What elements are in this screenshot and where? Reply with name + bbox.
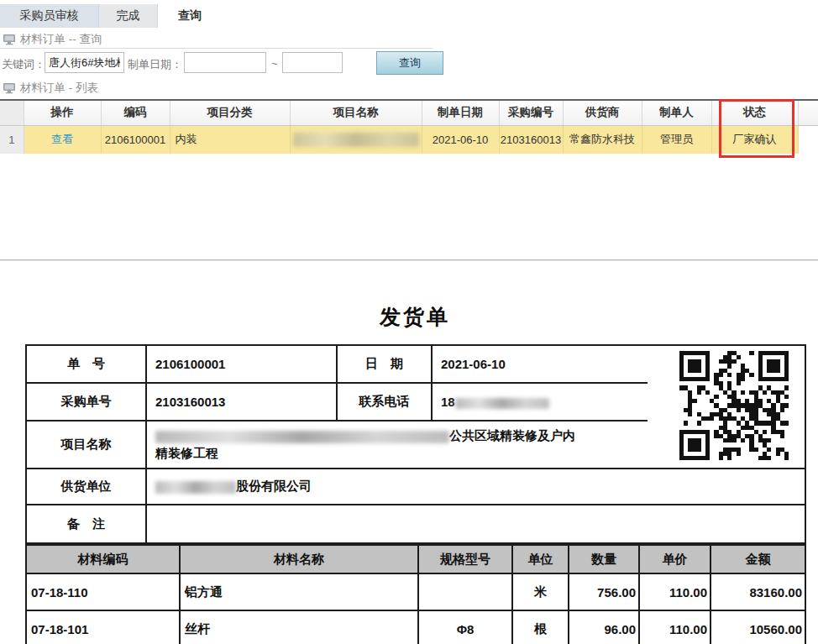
col-order-date: 制单日期	[422, 100, 499, 125]
project-value: 公共区域精装修及户内 精装修工程	[146, 421, 648, 469]
order-date-label: 制单日期：	[128, 57, 182, 72]
supplier-row: 供货单位 股份有限公司	[26, 469, 805, 505]
col-project-name: 项目名称	[290, 100, 422, 125]
col-category: 项目分类	[170, 100, 290, 125]
project-name-cell	[290, 125, 422, 154]
content-divider	[0, 259, 818, 261]
purchase-no-value: 2103160013	[146, 383, 337, 421]
mat-price: 110.00	[639, 573, 711, 610]
redacted-project-prefix	[155, 431, 449, 443]
col-supplier: 供货商	[563, 100, 642, 125]
section-divider	[0, 48, 433, 49]
material-row: 07-18-110 铝方通 米 756.00 110.00 83160.00	[26, 573, 805, 610]
materials-table: 材料编码 材料名称 规格型号 单位 数量 单价 金额 07-18-110 铝方通…	[25, 544, 806, 644]
mat-col-price: 单价	[639, 545, 711, 573]
remark-value	[146, 505, 805, 543]
mat-spec: Φ8	[418, 610, 512, 644]
redacted-supplier-prefix	[155, 481, 236, 494]
col-purchase-no: 采购编号	[499, 100, 563, 125]
status-cell: 厂家确认	[711, 125, 798, 154]
supplier-label: 供货单位	[26, 469, 146, 505]
col-filler	[798, 100, 818, 125]
code-cell: 2106100001	[101, 125, 170, 154]
mat-unit: 根	[512, 610, 569, 644]
mat-col-qty: 数量	[569, 545, 639, 573]
mat-code: 07-18-101	[26, 610, 180, 644]
col-status: 状态	[711, 100, 798, 125]
redacted-project-name	[293, 133, 419, 147]
creator-cell: 管理员	[642, 125, 711, 154]
orders-header-row: 操作 编码 项目分类 项目名称 制单日期 采购编号 供货商 制单人 状态	[0, 100, 818, 125]
category-cell: 内装	[170, 125, 290, 154]
mat-name: 铝方通	[180, 573, 418, 610]
mat-price: 110.00	[639, 610, 711, 644]
monitor-icon	[3, 82, 16, 94]
tab-complete[interactable]: 完成	[99, 4, 158, 28]
date-label: 日 期	[337, 345, 432, 383]
order-date-cell: 2021-06-10	[422, 125, 499, 154]
search-button[interactable]: 查询	[376, 51, 443, 75]
delivery-note-title: 发货单	[25, 303, 805, 331]
remark-row: 备 注	[26, 505, 805, 543]
mat-col-amount: 金额	[711, 545, 805, 573]
order-no-label: 单 号	[26, 345, 146, 383]
redacted-phone	[455, 398, 549, 409]
phone-visible-digits: 18	[441, 395, 455, 409]
materials-header-row: 材料编码 材料名称 规格型号 单位 数量 单价 金额	[26, 545, 805, 573]
mat-col-spec: 规格型号	[418, 545, 512, 573]
tab-bar: 采购员审核 完成 查询	[0, 4, 818, 28]
query-section-header: 材料订单 -- 查询	[3, 32, 102, 47]
table-row[interactable]: 1 查看 2106100001 内装 2021-06-10 2103160013…	[0, 125, 818, 154]
mat-amount: 83160.00	[711, 573, 805, 610]
query-section-title: 材料订单 -- 查询	[20, 32, 102, 47]
date-range-separator: ~	[271, 57, 278, 70]
order-no-row: 单 号 2106100001 日 期 2021-06-10	[26, 345, 805, 383]
row-number: 1	[0, 125, 24, 154]
mat-col-unit: 单位	[512, 545, 569, 573]
monitor-icon	[3, 34, 16, 45]
tab-purchaser-review[interactable]: 采购员审核	[0, 4, 99, 28]
mat-col-code: 材料编码	[26, 545, 180, 573]
keyword-label: 关键词：	[2, 57, 45, 72]
project-visible-line2: 精装修工程	[155, 446, 218, 460]
project-visible-line1: 公共区域精装修及户内	[449, 428, 575, 442]
view-link[interactable]: 查看	[51, 133, 73, 145]
supplier-cell: 常鑫防水科技	[563, 125, 642, 154]
date-value: 2021-06-10	[432, 345, 648, 383]
purchase-no-label: 采购单号	[26, 383, 146, 421]
remark-label: 备 注	[26, 505, 146, 543]
qr-code	[671, 348, 797, 463]
row-number-header	[0, 100, 24, 125]
order-no-value: 2106100001	[146, 345, 337, 383]
phone-value: 18	[432, 383, 648, 421]
col-creator: 制单人	[642, 100, 711, 125]
date-from-input[interactable]	[184, 52, 266, 73]
view-cell: 查看	[24, 125, 101, 154]
delivery-note-info-table: 单 号 2106100001 日 期 2021-06-10	[25, 344, 806, 544]
mat-unit: 米	[512, 573, 569, 610]
mat-amount: 10560.00	[711, 610, 805, 644]
mat-col-name: 材料名称	[180, 545, 418, 573]
filler-cell	[798, 125, 818, 154]
orders-table: 操作 编码 项目分类 项目名称 制单日期 采购编号 供货商 制单人 状态 1 查…	[0, 99, 818, 154]
mat-qty: 96.00	[569, 610, 639, 644]
mat-spec	[418, 573, 512, 610]
date-to-input[interactable]	[282, 52, 343, 73]
tab-query[interactable]: 查询	[158, 4, 222, 28]
mat-code: 07-18-110	[26, 573, 180, 610]
supplier-visible: 股份有限公司	[236, 479, 312, 493]
mat-name: 丝杆	[180, 610, 418, 644]
col-code: 编码	[101, 100, 170, 125]
list-section-header: 材料订单 - 列表	[3, 81, 98, 96]
list-section-title: 材料订单 - 列表	[20, 81, 98, 96]
mat-qty: 756.00	[569, 573, 639, 610]
keyword-input[interactable]	[45, 52, 124, 73]
col-action: 操作	[24, 100, 101, 125]
qr-cell	[648, 345, 805, 469]
phone-label: 联系电话	[337, 383, 432, 421]
material-row: 07-18-101 丝杆 Φ8 根 96.00 110.00 10560.00	[26, 610, 805, 644]
project-label: 项目名称	[26, 421, 146, 469]
app-window: 采购员审核 完成 查询 材料订单 -- 查询 关键词： 制单日期： ~ 查询 材…	[0, 0, 818, 644]
purchase-no-cell: 2103160013	[499, 125, 563, 154]
supplier-value: 股份有限公司	[146, 469, 805, 505]
